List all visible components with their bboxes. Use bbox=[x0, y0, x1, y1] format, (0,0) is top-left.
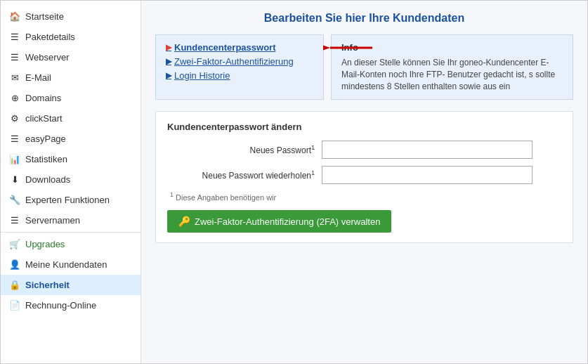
chevron-icon-3: ▶ bbox=[166, 71, 171, 80]
nav-link-kundencenterpasswort[interactable]: ▶ Kundencenterpasswort bbox=[166, 42, 313, 53]
sidebar-item-easypage[interactable]: ☰ easyPage bbox=[1, 129, 141, 149]
btn-2fa[interactable]: 🔑 Zwei-Faktor-Authentifizierung (2FA) ve… bbox=[167, 210, 391, 233]
cart-icon: 🛒 bbox=[9, 239, 20, 249]
email-icon: ✉ bbox=[9, 72, 20, 83]
top-panel: ▶ Kundencenterpasswort ▶ Zwei-Faktor-Aut… bbox=[155, 34, 573, 100]
sidebar-item-statistiken[interactable]: 📊 Statistiken bbox=[1, 149, 141, 169]
sidebar-item-domains[interactable]: ⊕ Domains bbox=[1, 88, 141, 108]
sidebar-label-domains: Domains bbox=[25, 93, 61, 103]
sidebar-label-email: E-Mail bbox=[25, 72, 51, 83]
sidebar-item-upgrades[interactable]: 🛒 Upgrades bbox=[1, 234, 141, 254]
user-icon: 👤 bbox=[9, 259, 20, 270]
sidebar-item-downloads[interactable]: ⬇ Downloads bbox=[1, 169, 141, 190]
page-title: Bearbeiten Sie hier Ihre Kundendaten bbox=[155, 12, 573, 25]
chevron-icon-1: ▶ bbox=[166, 43, 171, 52]
sidebar-item-paketdetails[interactable]: ☰ Paketdetails bbox=[1, 27, 141, 47]
form-section-title: Kundencenterpasswort ändern bbox=[167, 122, 561, 132]
nav-link-label-3: Login Historie bbox=[174, 70, 230, 81]
home-icon: 🏠 bbox=[9, 11, 20, 22]
key-icon: 🔑 bbox=[178, 216, 190, 227]
form-row-new-password: Neues Passwort1 bbox=[167, 141, 561, 159]
chevron-icon-2: ▶ bbox=[166, 57, 171, 66]
sidebar-item-experten[interactable]: 🔧 Experten Funktionen bbox=[1, 190, 141, 210]
info-text: An dieser Stelle können Sie Ihr goneo-Ku… bbox=[341, 57, 563, 92]
wrench-icon: 🔧 bbox=[9, 195, 20, 205]
sidebar-item-startseite[interactable]: 🏠 Startseite bbox=[1, 6, 141, 27]
sidebar-label-servernamen: Servernamen bbox=[25, 215, 80, 226]
sidebar-label-paketdetails: Paketdetails bbox=[25, 32, 75, 42]
stats-icon: 📊 bbox=[9, 154, 20, 164]
nav-link-label-2: Zwei-Faktor-Authentifizierung bbox=[174, 56, 294, 67]
sidebar-label-webserver: Webserver bbox=[25, 52, 70, 63]
form-label-new-password: Neues Passwort1 bbox=[167, 144, 322, 155]
sidebar-label-rechnung: Rechnung-Online bbox=[25, 300, 96, 311]
nav-link-label-1: Kundencenterpasswort bbox=[174, 42, 275, 53]
domains-icon: ⊕ bbox=[9, 93, 20, 103]
clickstart-icon: ⚙ bbox=[9, 113, 20, 124]
info-title: Info bbox=[341, 42, 563, 53]
btn-2fa-label: Zwei-Faktor-Authentifizierung (2FA) verw… bbox=[195, 216, 380, 227]
server-icon: ☰ bbox=[9, 52, 20, 63]
sidebar-label-downloads: Downloads bbox=[25, 174, 70, 185]
sidebar-label-statistiken: Statistiken bbox=[25, 154, 67, 164]
sidebar-label-experten: Experten Funktionen bbox=[25, 195, 110, 205]
sidebar-item-servernamen[interactable]: ☰ Servernamen bbox=[1, 210, 141, 230]
sidebar-label-clickstart: clickStart bbox=[25, 113, 63, 124]
invoice-icon: 📄 bbox=[9, 300, 20, 311]
form-note-text: Diese Angaben benötigen wir bbox=[176, 193, 276, 202]
servernamen-icon: ☰ bbox=[9, 215, 20, 226]
nav-link-zwei-faktor[interactable]: ▶ Zwei-Faktor-Authentifizierung bbox=[166, 56, 313, 67]
new-password-input[interactable] bbox=[322, 141, 533, 159]
list-icon: ☰ bbox=[9, 32, 20, 42]
sidebar-item-sicherheit[interactable]: 🔒 Sicherheit bbox=[1, 275, 141, 295]
sidebar-divider bbox=[1, 232, 141, 233]
sidebar-item-rechnung[interactable]: 📄 Rechnung-Online bbox=[1, 295, 141, 316]
main-content: Bearbeiten Sie hier Ihre Kundendaten ▶ K… bbox=[141, 1, 587, 363]
download-icon: ⬇ bbox=[9, 174, 20, 185]
sidebar-label-upgrades: Upgrades bbox=[25, 239, 65, 249]
sidebar-label-startseite: Startseite bbox=[25, 11, 64, 22]
repeat-password-input[interactable] bbox=[322, 166, 533, 184]
form-section: Kundencenterpasswort ändern Neues Passwo… bbox=[155, 111, 573, 243]
nav-box: ▶ Kundencenterpasswort ▶ Zwei-Faktor-Aut… bbox=[155, 34, 324, 100]
sidebar-label-easypage: easyPage bbox=[25, 134, 66, 144]
sidebar: 🏠 Startseite ☰ Paketdetails ☰ Webserver … bbox=[1, 1, 141, 363]
sidebar-label-sicherheit: Sicherheit bbox=[25, 280, 70, 290]
form-note: 1 Diese Angaben benötigen wir bbox=[167, 191, 561, 202]
sidebar-item-email[interactable]: ✉ E-Mail bbox=[1, 67, 141, 88]
sidebar-item-meine-kundendaten[interactable]: 👤 Meine Kundendaten bbox=[1, 254, 141, 275]
lock-icon: 🔒 bbox=[9, 280, 20, 290]
nav-link-login-historie[interactable]: ▶ Login Historie bbox=[166, 70, 313, 81]
form-label-repeat-password: Neues Passwort wiederholen1 bbox=[167, 169, 322, 181]
nav-arrow-annotation bbox=[323, 37, 374, 59]
easypage-icon: ☰ bbox=[9, 134, 20, 144]
sidebar-item-clickstart[interactable]: ⚙ clickStart bbox=[1, 108, 141, 129]
form-note-sup: 1 bbox=[170, 191, 174, 198]
form-row-repeat-password: Neues Passwort wiederholen1 bbox=[167, 166, 561, 184]
sidebar-label-meine-kundendaten: Meine Kundendaten bbox=[25, 259, 107, 270]
sidebar-item-webserver[interactable]: ☰ Webserver bbox=[1, 47, 141, 67]
